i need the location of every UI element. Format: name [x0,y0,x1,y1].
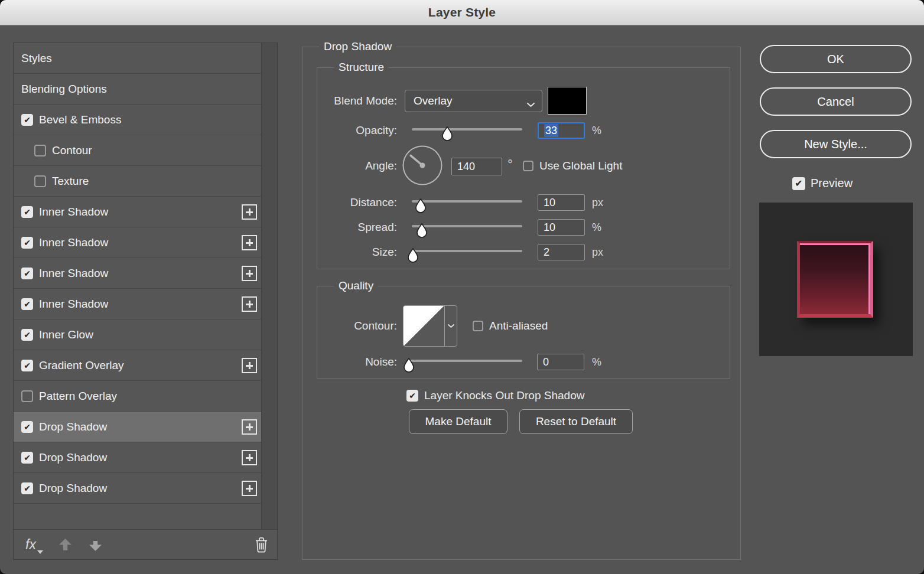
list-item[interactable]: Pattern Overlay [14,381,262,412]
size-slider[interactable] [412,250,522,252]
noise-input[interactable]: 0 [537,354,584,370]
opacity-slider[interactable] [412,128,522,131]
layer-knocks-out-label: Layer Knocks Out Drop Shadow [424,389,584,402]
distance-slider[interactable] [412,200,522,203]
list-item-label: Blending Options [21,83,107,96]
list-item-label: Contour [52,144,92,157]
style-enabled-checkbox[interactable] [21,268,33,279]
make-default-button[interactable]: Make Default [409,409,507,434]
fx-menu-button[interactable]: fx [25,537,42,553]
add-instance-icon[interactable] [242,235,257,250]
style-enabled-checkbox[interactable] [21,482,33,494]
angle-dial[interactable] [402,145,443,188]
opacity-unit: % [592,122,601,139]
style-enabled-checkbox[interactable] [21,390,33,402]
list-item-label: Inner Shadow [39,206,108,218]
chevron-down-icon [526,99,535,110]
style-enabled-checkbox[interactable] [21,206,33,218]
ok-button[interactable]: OK [760,45,912,73]
noise-unit: % [592,354,601,370]
layer-style-dialog: Layer Style Styles Blending Options Beve… [0,0,924,574]
add-instance-icon[interactable] [242,358,257,373]
noise-slider-thumb[interactable] [402,358,415,373]
spread-slider-thumb[interactable] [415,223,428,238]
list-item[interactable]: Drop Shadow [14,473,262,504]
spread-unit: % [592,219,601,236]
opacity-input[interactable]: 33 [538,122,585,139]
list-item-label: Drop Shadow [39,451,107,464]
style-enabled-checkbox[interactable] [34,145,46,156]
list-item-label: Texture [52,175,89,188]
arrow-down-icon [89,539,102,551]
list-item[interactable]: Inner Shadow [14,197,262,227]
move-up-button[interactable] [58,539,72,551]
add-instance-icon[interactable] [242,481,257,496]
distance-slider-thumb[interactable] [414,198,427,213]
list-item[interactable]: Styles [14,43,262,74]
blend-mode-select[interactable]: Overlay [405,90,542,112]
opacity-value: 33 [544,124,558,137]
list-item[interactable]: Bevel & Emboss [14,105,262,135]
move-down-button[interactable] [89,539,102,551]
list-item-label: Inner Shadow [39,267,108,280]
style-enabled-checkbox[interactable] [21,298,33,310]
list-item[interactable]: Texture [14,166,262,197]
list-item[interactable]: Inner Shadow [14,227,262,258]
list-item[interactable]: Drop Shadow [14,412,262,442]
cancel-button[interactable]: Cancel [760,87,912,116]
anti-aliased-checkbox[interactable] [473,321,483,331]
angle-value: 140 [457,161,475,172]
size-input[interactable]: 2 [538,244,585,260]
scrollbar-track[interactable] [261,43,277,530]
list-item[interactable]: Drop Shadow [14,442,262,473]
style-enabled-checkbox[interactable] [21,237,33,249]
contour-dropdown-button[interactable] [444,306,457,346]
list-footer-toolbar: fx [14,529,277,559]
style-enabled-checkbox[interactable] [21,421,33,433]
list-item[interactable]: Blending Options [14,74,262,105]
noise-slider[interactable] [408,360,522,362]
new-style-button[interactable]: New Style... [760,130,912,158]
add-instance-icon[interactable] [242,419,257,435]
contour-thumbnail[interactable] [404,306,444,346]
angle-input[interactable]: 140 [451,158,502,175]
delete-effect-button[interactable] [253,536,269,553]
list-item[interactable]: Contour [14,135,262,166]
preview-checkbox[interactable] [792,177,805,190]
preview-label: Preview [811,177,853,190]
style-enabled-checkbox[interactable] [21,114,33,126]
list-item[interactable]: Inner Glow [14,319,262,350]
layer-knocks-out-checkbox[interactable] [406,390,418,402]
list-item[interactable]: Gradient Overlay [14,350,262,381]
style-enabled-checkbox[interactable] [21,329,33,341]
list-item-label: Inner Shadow [39,236,108,249]
list-item[interactable]: Inner Shadow [14,258,262,289]
add-instance-icon[interactable] [242,204,257,220]
style-enabled-checkbox[interactable] [21,452,33,464]
blend-mode-label: Blend Mode: [317,93,397,109]
use-global-light-checkbox[interactable] [523,161,533,171]
distance-unit: px [592,194,603,211]
spread-value: 10 [544,221,555,233]
trash-icon [253,536,269,553]
quality-group-title: Quality [334,279,378,292]
add-instance-icon[interactable] [242,450,257,465]
distance-input[interactable]: 10 [538,194,585,211]
shadow-color-swatch[interactable] [548,87,587,115]
list-item-label: Bevel & Emboss [39,113,121,126]
reset-to-default-button[interactable]: Reset to Default [519,409,633,434]
opacity-label: Opacity: [317,122,397,139]
spread-input[interactable]: 10 [538,219,585,236]
style-enabled-checkbox[interactable] [21,360,33,371]
angle-unit: ° [507,156,513,173]
list-item[interactable]: Inner Shadow [14,289,262,319]
spread-slider[interactable] [412,225,522,227]
opacity-slider-thumb[interactable] [441,126,454,141]
add-instance-icon[interactable] [242,266,257,281]
style-enabled-checkbox[interactable] [34,175,46,187]
size-slider-thumb[interactable] [406,248,419,263]
add-instance-icon[interactable] [242,296,257,312]
noise-value: 0 [543,356,549,368]
contour-picker[interactable] [403,305,457,347]
quality-group: Quality Contour: Anti-aliased Noise: [317,286,730,379]
